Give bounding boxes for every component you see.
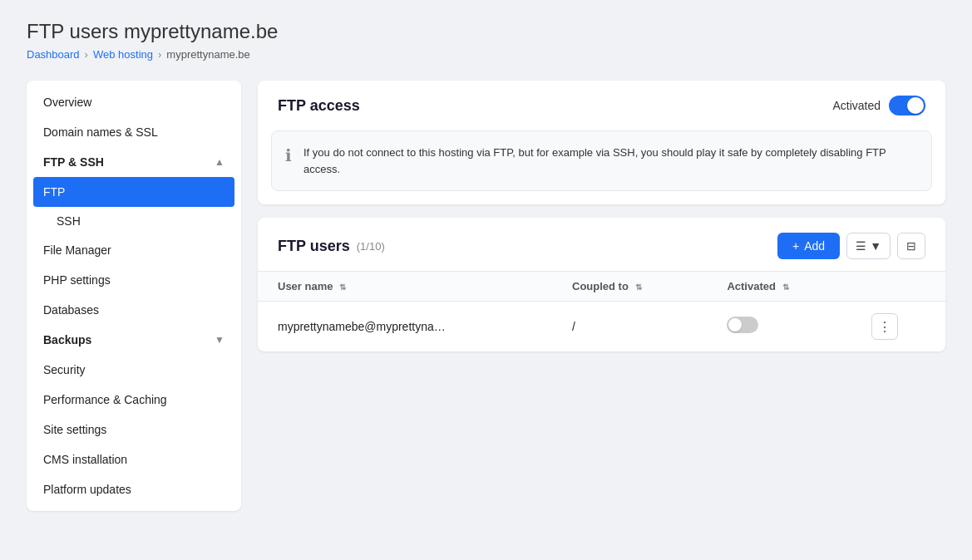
ftp-access-info-banner: ℹ If you do not connect to this hosting … — [271, 130, 932, 191]
sort-activated-icon[interactable]: ⇅ — [782, 282, 789, 292]
plus-icon: + — [792, 239, 799, 253]
ftp-users-header: FTP users (1/10) + Add ☰ ▼ ⊟ — [258, 218, 945, 271]
chevron-dropdown-icon: ▼ — [870, 239, 881, 253]
cell-activated — [707, 302, 851, 352]
sidebar-item-performance-caching[interactable]: Performance & Caching — [27, 385, 241, 415]
col-username: User name ⇅ — [258, 272, 552, 302]
sidebar-group-backups[interactable]: Backups ▼ — [27, 325, 241, 355]
info-icon: ℹ — [285, 145, 292, 165]
filter-icon: ⊟ — [906, 239, 916, 253]
main-content: FTP access Activated ℹ If you do not con… — [258, 81, 945, 365]
ftp-users-count: (1/10) — [357, 240, 385, 253]
chevron-up-icon: ▲ — [215, 156, 224, 168]
cell-coupled-to: / — [552, 302, 707, 352]
breadcrumb-current: myprettyname.be — [166, 48, 249, 61]
sort-coupled-icon[interactable]: ⇅ — [635, 282, 642, 292]
sidebar-item-file-manager[interactable]: File Manager — [27, 235, 241, 265]
breadcrumb: Dashboard › Web hosting › myprettyname.b… — [27, 48, 945, 61]
sidebar-item-site-settings[interactable]: Site settings — [27, 415, 241, 445]
list-view-button[interactable]: ☰ ▼ — [846, 233, 891, 259]
sidebar-item-security[interactable]: Security — [27, 355, 241, 385]
ftp-users-card: FTP users (1/10) + Add ☰ ▼ ⊟ — [258, 218, 945, 351]
list-icon: ☰ — [856, 239, 866, 253]
cell-row-actions: ⋮ — [851, 302, 945, 352]
ftp-users-table-body: myprettynamebe@myprettyna… / ⋮ — [258, 302, 945, 352]
table-row: myprettynamebe@myprettyna… / ⋮ — [258, 302, 945, 352]
ftp-access-card: FTP access Activated ℹ If you do not con… — [258, 81, 945, 204]
col-activated: Activated ⇅ — [707, 272, 851, 302]
col-coupled-to: Coupled to ⇅ — [552, 272, 707, 302]
ftp-users-actions: + Add ☰ ▼ ⊟ — [777, 233, 925, 259]
sort-username-icon[interactable]: ⇅ — [339, 282, 346, 292]
sidebar-item-php-settings[interactable]: PHP settings — [27, 265, 241, 295]
layout: Overview Domain names & SSL FTP & SSH ▲ … — [27, 81, 945, 511]
ftp-access-toggle-track — [889, 96, 925, 115]
chevron-down-icon: ▼ — [215, 334, 224, 346]
ftp-users-table-head: User name ⇅ Coupled to ⇅ Activated ⇅ — [258, 272, 945, 302]
filter-button[interactable]: ⊟ — [897, 233, 925, 259]
breadcrumb-web-hosting[interactable]: Web hosting — [93, 48, 153, 61]
ftp-users-title: FTP users (1/10) — [278, 238, 385, 255]
sidebar-group-ftp-ssh[interactable]: FTP & SSH ▲ — [27, 147, 241, 177]
sidebar-item-domain-names-ssl[interactable]: Domain names & SSL — [27, 117, 241, 147]
add-ftp-user-button[interactable]: + Add — [777, 233, 840, 259]
ftp-access-info-text: If you do not connect to this hosting vi… — [303, 145, 918, 177]
sidebar-item-cms-installation[interactable]: CMS installation — [27, 445, 241, 474]
ftp-users-table: User name ⇅ Coupled to ⇅ Activated ⇅ — [258, 271, 945, 351]
row-toggle-track — [727, 317, 758, 333]
ftp-access-title: FTP access — [278, 97, 360, 115]
row-toggle[interactable] — [727, 317, 763, 336]
sidebar-item-databases[interactable]: Databases — [27, 295, 241, 325]
breadcrumb-dashboard[interactable]: Dashboard — [27, 48, 80, 61]
cell-username: myprettynamebe@myprettyna… — [258, 302, 552, 352]
page-title: FTP users myprettyname.be — [27, 20, 945, 43]
ftp-access-toggle[interactable] — [889, 96, 925, 115]
row-more-actions-button[interactable]: ⋮ — [871, 313, 898, 340]
col-actions — [851, 272, 945, 302]
breadcrumb-sep-1: › — [85, 48, 88, 61]
ftp-access-toggle-thumb — [907, 97, 924, 114]
sidebar-item-ssh[interactable]: SSH — [27, 207, 241, 235]
sidebar-item-overview[interactable]: Overview — [27, 87, 241, 117]
sidebar: Overview Domain names & SSL FTP & SSH ▲ … — [27, 81, 241, 511]
sidebar-item-platform-updates[interactable]: Platform updates — [27, 474, 241, 504]
ftp-access-toggle-label: Activated — [832, 99, 881, 112]
ftp-access-toggle-container: Activated — [832, 96, 925, 115]
breadcrumb-sep-2: › — [158, 48, 161, 61]
page-wrapper: FTP users myprettyname.be Dashboard › We… — [0, 0, 972, 560]
ftp-users-table-header-row: User name ⇅ Coupled to ⇅ Activated ⇅ — [258, 272, 945, 302]
sidebar-item-ftp[interactable]: FTP — [33, 177, 234, 207]
row-toggle-thumb — [728, 318, 742, 332]
ftp-access-header: FTP access Activated — [258, 81, 945, 130]
